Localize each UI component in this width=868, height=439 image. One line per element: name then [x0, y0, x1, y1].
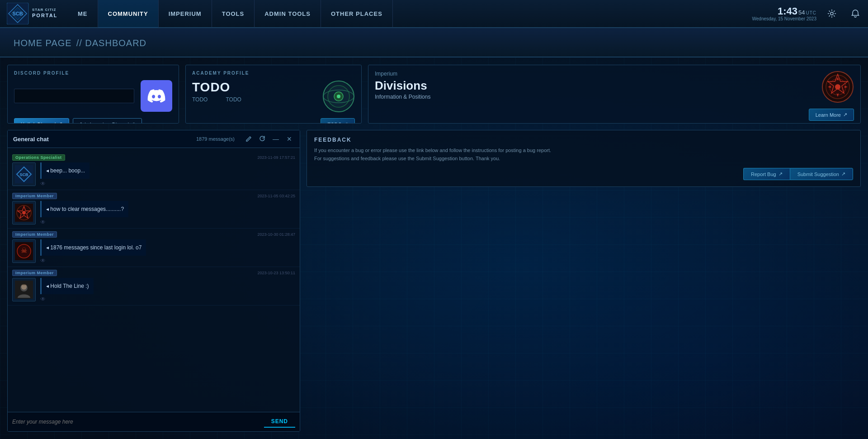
chat-refresh-icon[interactable] — [257, 134, 267, 144]
msg-role-row: Imperium Member 2023-10-23 13:50:11 — [12, 270, 295, 276]
discord-card-label: DISCORD PROFILE — [14, 71, 172, 76]
svg-text:SCB: SCB — [19, 172, 28, 177]
navbar: SCB STAR CITIZEN BASE PORTAL ME COMMUNIT… — [0, 0, 868, 28]
join-icon: ↗ — [131, 121, 135, 124]
msg-timestamp: 2023-10-30 01:28:47 — [257, 232, 295, 237]
list-item: Imperium Member 2023-10-23 13:50:11 — [8, 267, 300, 305]
msg-text: ◂ 1876 messages since last login lol. o7 — [40, 239, 146, 256]
msg-timestamp: 2023-11-09 17:57:21 — [257, 155, 295, 160]
discord-buttons: Unlink Discord ↗ Join Imperium Discord ↗ — [14, 118, 172, 124]
msg-eye-icon[interactable]: 👁 — [40, 181, 90, 187]
clock-seconds: 54 — [798, 9, 805, 16]
divisions-inner: Imperium Divisions Information & Positio… — [375, 71, 854, 103]
nav-item-other-places[interactable]: OTHER PLACES — [321, 0, 393, 28]
nav-item-community[interactable]: COMMUNITY — [98, 0, 159, 28]
join-discord-button[interactable]: Join Imperium Discord ↗ — [73, 118, 142, 124]
imperium-label: Imperium — [375, 71, 430, 77]
divisions-footer: Learn More ↗ — [375, 109, 854, 121]
learn-more-icon: ↗ — [843, 112, 847, 118]
divisions-card: Imperium Divisions Information & Positio… — [368, 65, 861, 124]
feedback-line2: For suggestions and feedback please use … — [314, 155, 853, 163]
msg-eye-icon[interactable]: 👁 — [40, 258, 146, 264]
chat-edit-icon[interactable] — [244, 134, 254, 144]
divisions-title: Divisions — [375, 79, 430, 93]
page-header: HOME PAGE// Dashboard — [0, 28, 868, 57]
discord-content — [14, 80, 172, 112]
feedback-text: If you encounter a bug or error please u… — [314, 147, 853, 162]
suggest-icon: ↗ — [841, 171, 845, 177]
academy-card: ACADEMY PROFILE TODO TODO TODO — [185, 65, 362, 124]
notification-icon[interactable] — [847, 5, 863, 22]
svg-point-27 — [22, 211, 26, 215]
learn-more-button[interactable]: Learn More ↗ — [809, 109, 854, 121]
list-item: Imperium Member 2023-10-30 01:28:47 ☠ — [8, 229, 300, 267]
chat-title: General chat — [13, 136, 49, 143]
chat-minimize-icon[interactable]: — — [271, 134, 281, 144]
report-icon: ↗ — [778, 171, 783, 177]
svg-text:☠: ☠ — [21, 247, 27, 254]
svg-text:PORTAL: PORTAL — [32, 13, 57, 18]
chat-input[interactable] — [12, 419, 260, 425]
nav-items: ME COMMUNITY IMPERIUM TOOLS ADMIN TOOLS … — [68, 0, 752, 28]
msg-role-row: Imperium Member 2023-11-05 03:42:25 — [12, 193, 295, 199]
chat-panel: General chat 1879 message(s) — — [7, 130, 300, 432]
nav-item-tools[interactable]: TOOLS — [212, 0, 255, 28]
svg-text:SCB: SCB — [12, 11, 23, 16]
clock-label: UTC — [806, 10, 816, 15]
report-bug-button[interactable]: Report Bug ↗ — [743, 168, 790, 180]
academy-field2: TODO — [226, 96, 241, 103]
divisions-logo-icon — [821, 71, 854, 103]
avatar — [12, 278, 36, 301]
msg-timestamp: 2023-10-23 13:50:11 — [257, 271, 295, 275]
page-title: HOME PAGE// Dashboard — [9, 35, 146, 49]
svg-point-16 — [835, 84, 840, 90]
todo-icon: ↗ — [344, 121, 348, 124]
svg-point-6 — [830, 12, 833, 15]
chat-message-count: 1879 message(s) — [196, 136, 235, 142]
msg-body: ◂ how to clear messages..........? 👁 — [12, 201, 295, 225]
msg-eye-icon[interactable]: 👁 — [40, 219, 128, 225]
academy-todo-button[interactable]: TODO ↗ — [321, 118, 355, 124]
divisions-subtitle: Information & Positions — [375, 94, 430, 100]
msg-text: ◂ beep... boop... — [40, 162, 90, 179]
role-badge: Operations Specialist — [12, 154, 65, 161]
submit-suggestion-button[interactable]: Submit Suggestion ↗ — [790, 168, 853, 180]
msg-body: ◂ Hold The Line :) 👁 — [12, 278, 295, 302]
avatar: ☠ — [12, 239, 36, 263]
nav-item-me[interactable]: ME — [68, 0, 98, 28]
divisions-text: Imperium Divisions Information & Positio… — [375, 71, 430, 100]
academy-inner: TODO TODO TODO — [192, 80, 355, 113]
msg-body: SCB ◂ beep... boop... 👁 — [12, 162, 295, 187]
svg-text:STAR CITIZEN BASE: STAR CITIZEN BASE — [32, 8, 57, 12]
msg-timestamp: 2023-11-05 03:42:25 — [257, 194, 295, 198]
settings-icon[interactable] — [824, 5, 840, 22]
chat-messages: Operations Specialist 2023-11-09 17:57:2… — [8, 148, 300, 412]
logo[interactable]: SCB STAR CITIZEN BASE PORTAL — [5, 2, 59, 25]
clock-date: Wednesday, 15 November 2023 — [752, 16, 817, 21]
discord-name-bar — [14, 89, 134, 103]
chat-header: General chat 1879 message(s) — — [8, 130, 300, 148]
msg-text: ◂ how to clear messages..........? — [40, 201, 128, 217]
unlink-discord-button[interactable]: Unlink Discord ↗ — [14, 118, 69, 124]
feedback-panel: FEEDBACK If you encounter a bug or error… — [307, 130, 861, 432]
nav-right: 1:43 54 UTC Wednesday, 15 November 2023 — [752, 5, 864, 22]
msg-text: ◂ Hold The Line :) — [40, 278, 94, 294]
avatar — [12, 201, 36, 224]
chat-close-icon[interactable]: ✕ — [284, 134, 294, 144]
bottom-row: General chat 1879 message(s) — — [7, 130, 861, 432]
unlink-icon: ↗ — [58, 121, 62, 124]
academy-card-label: ACADEMY PROFILE — [192, 71, 355, 76]
feedback-buttons: Report Bug ↗ Submit Suggestion ↗ — [314, 168, 853, 180]
chat-input-row: SEND — [8, 412, 300, 431]
discord-card: DISCORD PROFILE Unlink Discord ↗ Join Im… — [7, 65, 179, 124]
list-item: Imperium Member 2023-11-05 03:42:25 — [8, 190, 300, 229]
msg-role-row: Operations Specialist 2023-11-09 17:57:2… — [12, 154, 295, 161]
nav-item-admin-tools[interactable]: ADMIN TOOLS — [255, 0, 321, 28]
academy-todo-row: TODO TODO — [192, 96, 241, 103]
academy-footer: TODO ↗ — [192, 118, 355, 124]
msg-eye-icon[interactable]: 👁 — [40, 296, 94, 302]
msg-body: ☠ ◂ 1876 messages since last login lol. … — [12, 239, 295, 264]
nav-item-imperium[interactable]: IMPERIUM — [159, 0, 212, 28]
send-button[interactable]: SEND — [264, 416, 295, 428]
role-badge: Imperium Member — [12, 193, 57, 199]
